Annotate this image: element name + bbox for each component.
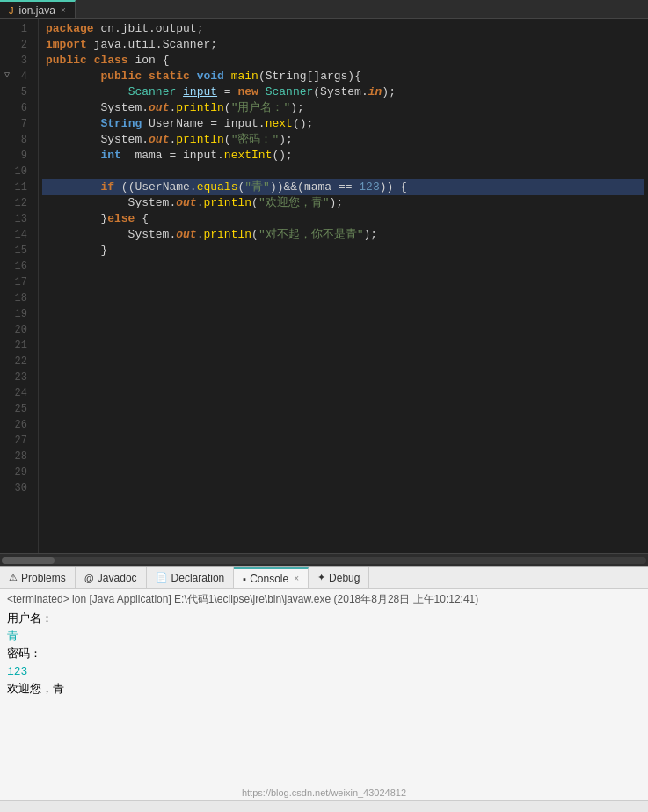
line-num-18: 18: [14, 290, 33, 306]
editor-tab-bar: J ion.java ×: [0, 0, 648, 19]
code-line-13: }else {: [42, 211, 644, 227]
line-num-7: 7: [14, 116, 33, 132]
debug-tab-label: Debug: [329, 572, 360, 584]
left-icon-6: [0, 99, 14, 114]
bottom-scrollbar[interactable]: [0, 800, 648, 812]
line-num-27: 27: [14, 433, 33, 449]
code-line-6: System.out.println("用户名：");: [42, 100, 644, 116]
javadoc-tab-icon: @: [84, 573, 94, 583]
console-output-line: 密码：: [7, 646, 641, 663]
left-icon-4[interactable]: ▽: [0, 67, 14, 83]
code-line-30: [42, 480, 644, 496]
javadoc-tab-label: Javadoc: [98, 572, 137, 584]
line-num-26: 26: [14, 417, 33, 433]
horizontal-scrollbar[interactable]: [0, 553, 648, 566]
scroll-track[interactable]: [2, 557, 646, 564]
console-content[interactable]: <terminated> ion [Java Application] E:\代…: [0, 589, 648, 784]
console-output-line: 123: [7, 663, 641, 681]
left-icon-9: [0, 146, 14, 162]
code-line-3: public class ion {: [42, 53, 644, 69]
console-output-line: 用户名：: [7, 611, 641, 628]
code-line-4: public static void main(String[]args){: [42, 69, 644, 84]
line-num-12: 12: [14, 195, 33, 211]
code-line-5: Scanner input = new Scanner(System.in);: [42, 84, 644, 100]
line-num-21: 21: [14, 338, 33, 354]
code-line-28: [42, 449, 644, 465]
left-icon-2: [0, 35, 14, 51]
line-num-29: 29: [14, 465, 33, 480]
code-line-27: [42, 433, 644, 449]
line-num-24: 24: [14, 385, 33, 401]
code-line-1: package cn.jbit.output;: [42, 21, 644, 37]
code-line-8: System.out.println("密码：");: [42, 132, 644, 148]
editor-tab-ion[interactable]: J ion.java ×: [0, 0, 76, 18]
line-num-5: 5: [14, 84, 33, 100]
terminated-text: <terminated> ion [Java Application] E:\代…: [7, 592, 641, 607]
line-num-20: 20: [14, 322, 33, 338]
panel-tab-bar: ⚠Problems@Javadoc📄Declaration▪Console×✦D…: [0, 567, 648, 589]
code-line-14: System.out.println("对不起，你不是青");: [42, 227, 644, 243]
code-line-23: [42, 369, 644, 385]
left-margin-icons: ▽: [0, 19, 14, 553]
scroll-thumb[interactable]: [2, 557, 55, 564]
code-line-18: [42, 290, 644, 306]
left-icon-3: [0, 51, 14, 67]
panel-tab-declaration[interactable]: 📄Declaration: [147, 567, 235, 588]
console-output-line: 青: [7, 628, 641, 646]
left-icon-10: [0, 162, 14, 178]
code-line-9: int mama = input.nextInt();: [42, 148, 644, 164]
code-line-11: if ((UserName.equals("青"))&&(mama == 123…: [42, 179, 644, 195]
code-line-22: [42, 354, 644, 369]
line-num-14: 14: [14, 227, 33, 243]
line-numbers: 1234567891011121314151617181920212223242…: [14, 19, 39, 553]
panel-tab-javadoc[interactable]: @Javadoc: [76, 567, 147, 588]
watermark: https://blog.csdn.net/weixin_43024812: [0, 784, 648, 800]
panel-tab-debug[interactable]: ✦Debug: [309, 567, 369, 588]
editor-area: ▽ 12345678910111213141516171819202122232…: [0, 19, 648, 553]
line-num-8: 8: [14, 132, 33, 148]
line-num-3: 3: [14, 53, 33, 69]
line-num-9: 9: [14, 148, 33, 164]
line-num-6: 6: [14, 100, 33, 116]
line-num-1: 1: [14, 21, 33, 37]
code-line-17: [42, 274, 644, 290]
left-icon-13: [0, 209, 14, 225]
line-num-13: 13: [14, 211, 33, 227]
left-icon-7: [0, 114, 14, 130]
console-output-line: 欢迎您，青: [7, 681, 641, 699]
left-icon-14: [0, 225, 14, 241]
code-line-26: [42, 417, 644, 433]
code-line-15: }: [42, 243, 644, 259]
bottom-panel: ⚠Problems@Javadoc📄Declaration▪Console×✦D…: [0, 566, 648, 812]
panel-tab-problems[interactable]: ⚠Problems: [0, 567, 76, 588]
line-num-2: 2: [14, 37, 33, 53]
left-icon-11: [0, 178, 14, 194]
tab-close-icon[interactable]: ×: [61, 5, 66, 15]
console-tab-close[interactable]: ×: [294, 574, 299, 583]
debug-tab-icon: ✦: [317, 572, 325, 583]
tab-filename: ion.java: [19, 4, 55, 17]
panel-tab-console[interactable]: ▪Console×: [234, 567, 309, 588]
left-icon-5: [0, 83, 14, 99]
line-num-16: 16: [14, 259, 33, 274]
code-line-12: System.out.println("欢迎您，青");: [42, 195, 644, 211]
code-line-25: [42, 401, 644, 417]
line-num-28: 28: [14, 449, 33, 465]
line-num-25: 25: [14, 401, 33, 417]
code-line-16: [42, 259, 644, 274]
line-num-11: 11: [14, 179, 33, 195]
code-line-10: [42, 164, 644, 179]
line-num-30: 30: [14, 480, 33, 496]
line-num-15: 15: [14, 243, 33, 259]
line-num-19: 19: [14, 306, 33, 322]
file-icon: J: [9, 5, 14, 16]
declaration-tab-icon: 📄: [156, 572, 168, 583]
code-line-24: [42, 385, 644, 401]
code-editor[interactable]: package cn.jbit.output;import java.util.…: [39, 19, 648, 553]
line-num-22: 22: [14, 354, 33, 369]
left-icon-15: [0, 241, 14, 257]
line-num-4: 4: [14, 69, 33, 84]
line-num-17: 17: [14, 274, 33, 290]
problems-tab-label: Problems: [21, 572, 66, 584]
console-tab-icon: ▪: [243, 574, 246, 584]
